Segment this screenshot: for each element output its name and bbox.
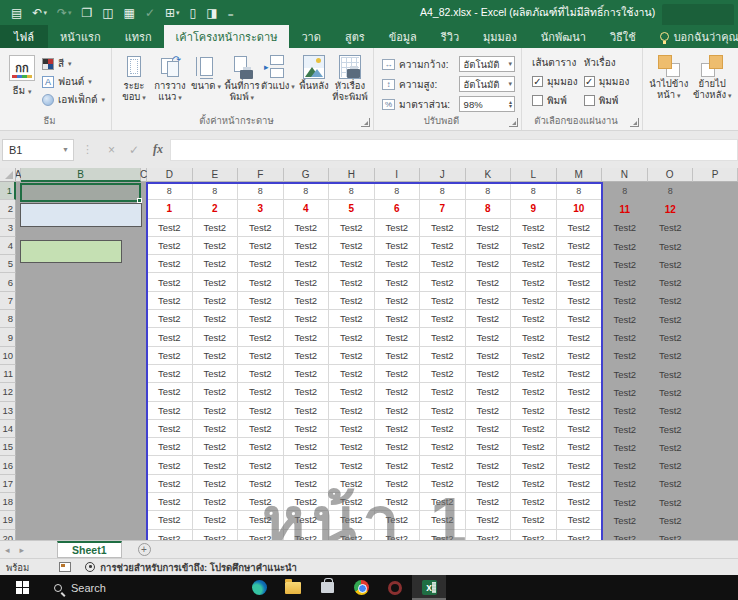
- insert-function-icon[interactable]: fx: [146, 142, 170, 157]
- cell-J6[interactable]: Test2: [420, 273, 466, 291]
- print-area-right-border[interactable]: [601, 182, 603, 540]
- cell-F1[interactable]: 8: [238, 182, 284, 200]
- cell-D20[interactable]: Test2: [147, 530, 193, 540]
- cell-E2[interactable]: 2: [193, 200, 239, 218]
- cell-O20[interactable]: Test2: [648, 530, 694, 540]
- cell-J5[interactable]: Test2: [420, 255, 466, 273]
- bring-forward-button[interactable]: นำไปข้างหน้า ▾: [647, 55, 691, 101]
- cell-P14[interactable]: [693, 420, 738, 438]
- cell-D18[interactable]: Test2: [147, 493, 193, 511]
- cell-L8[interactable]: Test2: [511, 310, 557, 328]
- cell-G7[interactable]: Test2: [284, 292, 330, 310]
- cell-P7[interactable]: [693, 292, 738, 310]
- cell-F8[interactable]: Test2: [238, 310, 284, 328]
- cell-P10[interactable]: [693, 347, 738, 365]
- cell-K11[interactable]: Test2: [466, 365, 512, 383]
- cell-H14[interactable]: Test2: [329, 420, 375, 438]
- column-header-J[interactable]: J: [420, 168, 466, 182]
- cell-L17[interactable]: Test2: [511, 475, 557, 493]
- row-header-9[interactable]: 9: [0, 328, 16, 346]
- cell-I3[interactable]: Test2: [375, 219, 421, 237]
- cell-E1[interactable]: 8: [193, 182, 239, 200]
- cell-L11[interactable]: Test2: [511, 365, 557, 383]
- cell-K3[interactable]: Test2: [466, 219, 512, 237]
- cell-I7[interactable]: Test2: [375, 292, 421, 310]
- cell-O13[interactable]: Test2: [648, 402, 694, 420]
- cell-L4[interactable]: Test2: [511, 237, 557, 255]
- cell-L19[interactable]: Test2: [511, 511, 557, 529]
- cell-E10[interactable]: Test2: [193, 347, 239, 365]
- cell-O11[interactable]: Test2: [648, 365, 694, 383]
- cell-N1[interactable]: 8: [602, 182, 648, 200]
- cell-D3[interactable]: Test2: [147, 219, 193, 237]
- cell-D4[interactable]: Test2: [147, 237, 193, 255]
- cell-G5[interactable]: Test2: [284, 255, 330, 273]
- cell-N16[interactable]: Test2: [602, 456, 648, 474]
- cell-N9[interactable]: Test2: [602, 328, 648, 346]
- cell-L18[interactable]: Test2: [511, 493, 557, 511]
- scale-input[interactable]: 98%▴▾: [459, 96, 515, 112]
- เส้นตาราง-พิมพ์-checkbox[interactable]: พิมพ์: [532, 93, 578, 108]
- cell-P17[interactable]: [693, 475, 738, 493]
- cell-O17[interactable]: Test2: [648, 475, 694, 493]
- cell-M17[interactable]: Test2: [557, 475, 603, 493]
- cell-P2[interactable]: [693, 200, 738, 218]
- cell-F7[interactable]: Test2: [238, 292, 284, 310]
- checkbox-checked-icon[interactable]: ✓: [532, 76, 543, 87]
- fonts-button[interactable]: Aฟอนต์▾: [42, 74, 105, 89]
- cell-L6[interactable]: Test2: [511, 273, 557, 291]
- cell-O15[interactable]: Test2: [648, 438, 694, 456]
- cell-K14[interactable]: Test2: [466, 420, 512, 438]
- checkbox-unchecked-icon[interactable]: [584, 95, 595, 106]
- cell-H3[interactable]: Test2: [329, 219, 375, 237]
- outside-print-area-left[interactable]: [16, 438, 147, 456]
- cell-E20[interactable]: Test2: [193, 530, 239, 540]
- taskbar-opera[interactable]: [378, 575, 412, 600]
- outside-print-area-left[interactable]: [16, 475, 147, 493]
- cell-J2[interactable]: 7: [420, 200, 466, 218]
- accessibility-status[interactable]: การช่วยสำหรับการเข้าถึง: โปรดศึกษาคำแนะน…: [85, 560, 297, 575]
- cell-F9[interactable]: Test2: [238, 328, 284, 346]
- cell-O19[interactable]: Test2: [648, 511, 694, 529]
- cell-L3[interactable]: Test2: [511, 219, 557, 237]
- cell-M2[interactable]: 10: [557, 200, 603, 218]
- save-icon[interactable]: ▤: [8, 6, 25, 20]
- cell-J13[interactable]: Test2: [420, 402, 466, 420]
- cell-D8[interactable]: Test2: [147, 310, 193, 328]
- new-sheet-button[interactable]: +: [138, 543, 151, 556]
- row-header-18[interactable]: 18: [0, 493, 16, 511]
- height-input[interactable]: อัตโนมัติ▾: [459, 76, 515, 92]
- cell-P16[interactable]: [693, 456, 738, 474]
- column-header-F[interactable]: F: [238, 168, 284, 182]
- cell-O9[interactable]: Test2: [648, 328, 694, 346]
- name-box-dropdown-icon[interactable]: ▼: [62, 146, 69, 153]
- cell-M11[interactable]: Test2: [557, 365, 603, 383]
- cell-J12[interactable]: Test2: [420, 383, 466, 401]
- cell-M4[interactable]: Test2: [557, 237, 603, 255]
- cell-I15[interactable]: Test2: [375, 438, 421, 456]
- row-header-2[interactable]: 2: [0, 200, 16, 218]
- column-header-N[interactable]: N: [602, 168, 648, 182]
- tab-นักพัฒนา[interactable]: นักพัฒนา: [529, 25, 598, 48]
- cell-I12[interactable]: Test2: [375, 383, 421, 401]
- customize-qat-icon[interactable]: ₌: [225, 6, 237, 20]
- cell-b2-blue[interactable]: [20, 203, 142, 227]
- cell-P9[interactable]: [693, 328, 738, 346]
- cell-F6[interactable]: Test2: [238, 273, 284, 291]
- cell-N3[interactable]: Test2: [602, 219, 648, 237]
- outside-print-area-left[interactable]: [16, 493, 147, 511]
- cell-O3[interactable]: Test2: [648, 219, 694, 237]
- row-header-4[interactable]: 4: [0, 237, 16, 255]
- cell-M14[interactable]: Test2: [557, 420, 603, 438]
- cell-D10[interactable]: Test2: [147, 347, 193, 365]
- cell-E3[interactable]: Test2: [193, 219, 239, 237]
- cell-E5[interactable]: Test2: [193, 255, 239, 273]
- cell-E6[interactable]: Test2: [193, 273, 239, 291]
- outside-print-area-left[interactable]: [16, 402, 147, 420]
- cell-I2[interactable]: 6: [375, 200, 421, 218]
- cell-F15[interactable]: Test2: [238, 438, 284, 456]
- cell-O7[interactable]: Test2: [648, 292, 694, 310]
- send-backward-button[interactable]: ย้ายไปข้างหลัง ▾: [691, 55, 735, 101]
- print-titles-button[interactable]: หัวเรื่องที่จะพิมพ์: [332, 52, 368, 116]
- tab-เค้าโครงหน้ากระดาษ[interactable]: เค้าโครงหน้ากระดาษ: [164, 25, 290, 48]
